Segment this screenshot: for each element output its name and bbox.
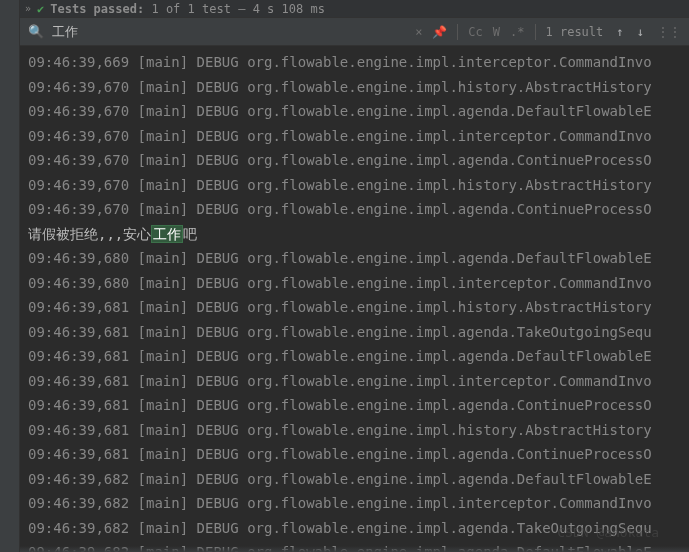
log-line: 09:46:39,681 [main] DEBUG org.flowable.e… bbox=[28, 369, 681, 394]
log-line: 09:46:39,681 [main] DEBUG org.flowable.e… bbox=[28, 418, 681, 443]
log-line: 09:46:39,682 [main] DEBUG org.flowable.e… bbox=[28, 491, 681, 516]
log-line: 09:46:39,670 [main] DEBUG org.flowable.e… bbox=[28, 124, 681, 149]
tool-window-gutter[interactable] bbox=[0, 0, 20, 552]
close-search-button[interactable]: × bbox=[415, 25, 422, 39]
log-line: 09:46:39,680 [main] DEBUG org.flowable.e… bbox=[28, 271, 681, 296]
log-line: 09:46:39,681 [main] DEBUG org.flowable.e… bbox=[28, 393, 681, 418]
check-icon: ✔ bbox=[37, 2, 44, 16]
words-toggle[interactable]: W bbox=[493, 25, 500, 39]
search-match-highlight: 工作 bbox=[151, 225, 183, 243]
test-status-label: Tests passed: bbox=[50, 2, 144, 16]
status-bar-edge bbox=[20, 546, 689, 552]
divider bbox=[535, 24, 536, 40]
log-line: 09:46:39,670 [main] DEBUG org.flowable.e… bbox=[28, 173, 681, 198]
dash: – bbox=[238, 2, 245, 16]
watermark: CSDN @anokata bbox=[557, 525, 659, 540]
log-line: 09:46:39,680 [main] DEBUG org.flowable.e… bbox=[28, 246, 681, 271]
match-case-toggle[interactable]: Cc bbox=[468, 25, 482, 39]
test-count: 1 bbox=[151, 2, 158, 16]
log-line: 09:46:39,670 [main] DEBUG org.flowable.e… bbox=[28, 75, 681, 100]
search-icon[interactable]: 🔍 bbox=[28, 24, 44, 39]
next-match-button[interactable]: ↓ bbox=[637, 25, 644, 39]
search-controls: × 📌 Cc W .* 1 result ↑ ↓ ⋮⋮ bbox=[415, 24, 681, 40]
search-input[interactable] bbox=[52, 24, 415, 39]
test-total: 1 test bbox=[188, 2, 231, 16]
prev-match-button[interactable]: ↑ bbox=[616, 25, 623, 39]
pin-icon[interactable]: 📌 bbox=[432, 25, 447, 39]
test-result-header: » ✔ Tests passed: 1 of 1 test – 4 s 108 … bbox=[20, 0, 689, 18]
log-line: 09:46:39,670 [main] DEBUG org.flowable.e… bbox=[28, 99, 681, 124]
highlight-prefix: 请假被拒绝,,,安心 bbox=[28, 226, 151, 242]
log-line: 09:46:39,670 [main] DEBUG org.flowable.e… bbox=[28, 197, 681, 222]
main-area: » ✔ Tests passed: 1 of 1 test – 4 s 108 … bbox=[20, 0, 689, 552]
log-line: 09:46:39,681 [main] DEBUG org.flowable.e… bbox=[28, 295, 681, 320]
regex-toggle[interactable]: .* bbox=[510, 25, 524, 39]
result-count: 1 result bbox=[546, 25, 604, 39]
run-arrow-icon[interactable]: » bbox=[25, 3, 31, 14]
of-text: of bbox=[166, 2, 180, 16]
console-output-highlight-line: 请假被拒绝,,,安心工作吧 bbox=[28, 222, 681, 247]
highlight-suffix: 吧 bbox=[183, 226, 197, 242]
log-line: 09:46:39,681 [main] DEBUG org.flowable.e… bbox=[28, 442, 681, 467]
divider bbox=[457, 24, 458, 40]
log-line: 09:46:39,681 [main] DEBUG org.flowable.e… bbox=[28, 320, 681, 345]
log-line: 09:46:39,681 [main] DEBUG org.flowable.e… bbox=[28, 344, 681, 369]
search-bar: 🔍 × 📌 Cc W .* 1 result ↑ ↓ ⋮⋮ bbox=[20, 18, 689, 46]
console-output[interactable]: 09:46:39,669 [main] DEBUG org.flowable.e… bbox=[20, 46, 689, 552]
log-line: 09:46:39,669 [main] DEBUG org.flowable.e… bbox=[28, 50, 681, 75]
log-line: 09:46:39,682 [main] DEBUG org.flowable.e… bbox=[28, 467, 681, 492]
filter-button[interactable]: ⋮⋮ bbox=[657, 25, 681, 39]
test-duration: 4 s 108 ms bbox=[253, 2, 325, 16]
log-line: 09:46:39,670 [main] DEBUG org.flowable.e… bbox=[28, 148, 681, 173]
